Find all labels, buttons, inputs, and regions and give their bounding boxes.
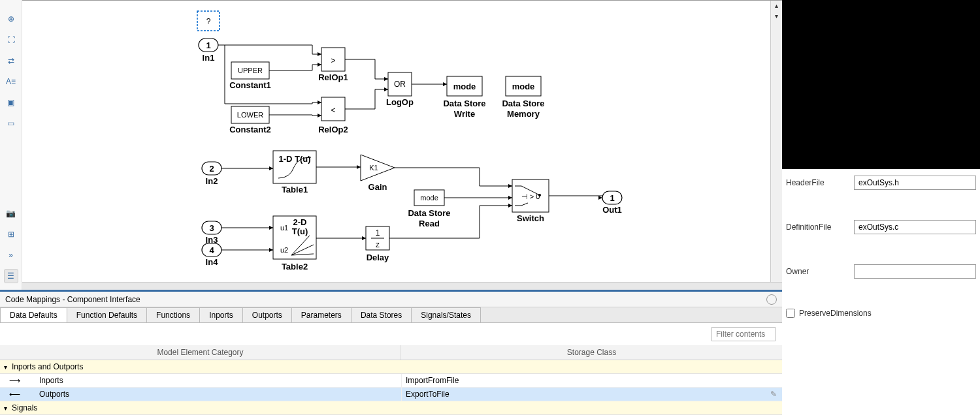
block-table1[interactable]: 1-D T(u) Table1 bbox=[273, 151, 316, 194]
pencil-icon[interactable]: ✎ bbox=[770, 390, 782, 399]
inport-in3[interactable]: 3 In3 bbox=[202, 221, 221, 245]
tab-inports[interactable]: Inports bbox=[199, 307, 243, 322]
svg-text:In2: In2 bbox=[206, 176, 218, 186]
owner-label: Owner bbox=[786, 264, 854, 276]
tab-signals-states[interactable]: Signals/States bbox=[411, 307, 481, 322]
image-icon[interactable]: ▣ bbox=[4, 95, 18, 110]
tool-rail: ⊕ ⛶ ⇄ A≡ ▣ ▭ 📷 ⊞ » ☰ bbox=[0, 0, 22, 290]
svg-text:Table2: Table2 bbox=[282, 262, 308, 271]
gear-icon[interactable] bbox=[766, 294, 777, 305]
tab-data-stores[interactable]: Data Stores bbox=[351, 307, 412, 322]
group-label: Inports and Outports bbox=[12, 362, 83, 371]
block-switch[interactable]: ⊣ > 0 Switch bbox=[512, 179, 549, 223]
block-logop[interactable]: OR LogOp bbox=[386, 72, 414, 107]
group-inports-outports[interactable]: ▾ Inports and Outports bbox=[0, 360, 782, 374]
annotation-icon[interactable]: A≡ bbox=[4, 74, 18, 89]
svg-marker-31 bbox=[384, 87, 388, 91]
prop-row-definitionfile: DefinitionFile bbox=[786, 220, 976, 234]
inport-in4[interactable]: 4 In4 bbox=[202, 243, 221, 267]
vertical-scrollbar[interactable]: ▴ ▾ bbox=[770, 1, 782, 290]
group-signals[interactable]: ▾ Signals bbox=[0, 401, 782, 415]
svg-text:1: 1 bbox=[376, 228, 380, 238]
headerfile-input[interactable] bbox=[854, 176, 976, 190]
tab-data-defaults[interactable]: Data Defaults bbox=[0, 307, 67, 322]
inport-in1[interactable]: 1 In1 bbox=[199, 39, 218, 63]
property-preview-area bbox=[782, 0, 980, 169]
outport-out1[interactable]: 1 Out1 bbox=[602, 191, 622, 215]
svg-text:LogOp: LogOp bbox=[386, 97, 414, 107]
screenshot-icon[interactable]: 📷 bbox=[4, 206, 18, 221]
tab-function-defaults[interactable]: Function Defaults bbox=[67, 307, 147, 322]
svg-text:1: 1 bbox=[206, 40, 210, 50]
svg-text:Out1: Out1 bbox=[602, 205, 622, 215]
column-storage-class: Storage Class bbox=[401, 345, 782, 360]
svg-text:3: 3 bbox=[209, 223, 214, 233]
zoom-in-icon[interactable]: ⊕ bbox=[4, 12, 18, 26]
block-datastore-memory[interactable]: mode Data Store Memory bbox=[502, 76, 544, 119]
row-outports-value[interactable]: ExportToFile bbox=[401, 388, 770, 401]
block-gain[interactable]: K1 Gain bbox=[361, 155, 395, 192]
svg-text:mode: mode bbox=[453, 82, 476, 91]
collapse-icon[interactable]: » bbox=[4, 248, 18, 262]
svg-text:T(u): T(u) bbox=[292, 226, 308, 236]
forward-icon[interactable]: ⇄ bbox=[4, 54, 18, 68]
model-help-label: ? bbox=[206, 17, 211, 26]
dock-title: Code Mappings - Component Interface bbox=[5, 295, 140, 304]
svg-marker-77 bbox=[508, 204, 512, 208]
tab-parameters[interactable]: Parameters bbox=[291, 307, 351, 322]
svg-text:mode: mode bbox=[512, 82, 535, 91]
block-datastore-read[interactable]: mode Data Store Read bbox=[408, 190, 450, 228]
fit-to-screen-icon[interactable]: ⛶ bbox=[4, 33, 18, 47]
prop-row-preservedims: PreserveDimensions bbox=[786, 309, 976, 318]
svg-text:z: z bbox=[376, 240, 380, 249]
block-constant2[interactable]: LOWER Constant2 bbox=[229, 106, 271, 134]
svg-text:1: 1 bbox=[610, 193, 614, 203]
headerfile-label: HeaderFile bbox=[786, 176, 854, 187]
tab-functions[interactable]: Functions bbox=[146, 307, 200, 322]
inport-in2[interactable]: 2 In2 bbox=[202, 162, 221, 186]
block-relop2[interactable]: < RelOp2 bbox=[318, 97, 348, 134]
tab-outports[interactable]: Outports bbox=[242, 307, 292, 322]
column-model-element: Model Element Category bbox=[0, 345, 401, 360]
svg-text:<: < bbox=[331, 106, 335, 115]
horizontal-scrollbar[interactable] bbox=[22, 282, 782, 290]
model-canvas-zone: ⊕ ⛶ ⇄ A≡ ▣ ▭ 📷 ⊞ » ☰ ? bbox=[0, 0, 782, 290]
block-datastore-write[interactable]: mode Data Store Write bbox=[443, 76, 485, 119]
property-form: HeaderFile DefinitionFile Owner Preserve… bbox=[782, 169, 980, 417]
svg-text:Read: Read bbox=[419, 219, 440, 228]
properties-icon[interactable]: ☰ bbox=[4, 269, 18, 283]
chevron-down-icon: ▾ bbox=[4, 405, 12, 412]
outport-icon: ⟵ bbox=[0, 390, 18, 399]
model-canvas[interactable]: ? 1 In1 UPPER Constant1 bbox=[22, 0, 782, 290]
definitionfile-label: DefinitionFile bbox=[786, 220, 854, 232]
block-relop1[interactable]: > RelOp1 bbox=[318, 48, 348, 82]
svg-text:4: 4 bbox=[209, 245, 214, 255]
svg-text:RelOp1: RelOp1 bbox=[318, 72, 348, 82]
block-delay[interactable]: 1 z Delay bbox=[366, 226, 389, 262]
definitionfile-input[interactable] bbox=[854, 220, 976, 234]
scroll-down-icon[interactable]: ▾ bbox=[771, 11, 782, 22]
area-icon[interactable]: ▭ bbox=[4, 116, 18, 131]
block-constant1[interactable]: UPPER Constant1 bbox=[229, 62, 271, 90]
svg-marker-32 bbox=[443, 82, 447, 86]
inport-icon: ⟶ bbox=[0, 376, 18, 385]
row-inports[interactable]: ⟶ Inports ImportFromFile bbox=[0, 374, 782, 388]
svg-text:Write: Write bbox=[454, 109, 475, 119]
prop-row-headerfile: HeaderFile bbox=[786, 176, 976, 190]
svg-text:OR: OR bbox=[394, 80, 406, 89]
property-panel: HeaderFile DefinitionFile Owner Preserve… bbox=[782, 0, 980, 417]
row-inports-value[interactable]: ImportFromFile bbox=[401, 374, 782, 387]
row-outports[interactable]: ⟵ Outports ExportToFile ✎ bbox=[0, 388, 782, 401]
svg-marker-29 bbox=[318, 114, 321, 117]
preservedimensions-checkbox[interactable] bbox=[786, 309, 795, 318]
panel-icon[interactable]: ⊞ bbox=[4, 227, 18, 241]
code-mappings-grid: Model Element Category Storage Class ▾ I… bbox=[0, 345, 782, 417]
svg-text:mode: mode bbox=[420, 194, 438, 202]
scroll-up-icon[interactable]: ▴ bbox=[771, 1, 782, 11]
block-table2[interactable]: u1 u2 2-D T(u) Table2 bbox=[273, 216, 316, 271]
group-label: Signals bbox=[12, 403, 37, 412]
svg-text:Table1: Table1 bbox=[282, 185, 308, 194]
dock-title-bar: Code Mappings - Component Interface bbox=[0, 292, 782, 307]
filter-input[interactable] bbox=[711, 327, 776, 341]
owner-input[interactable] bbox=[854, 264, 976, 279]
